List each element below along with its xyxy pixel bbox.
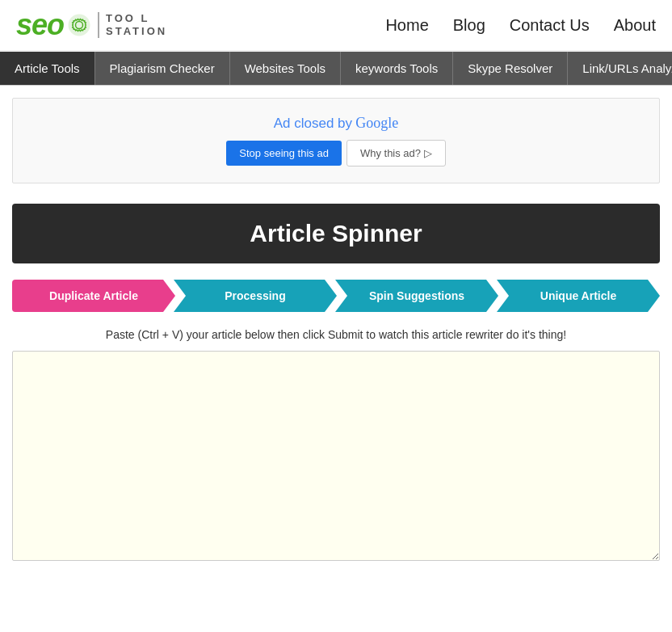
ad-container: Ad closed by Google Stop seeing this ad … <box>0 86 672 196</box>
tab-article-tools[interactable]: Article Tools <box>0 52 95 85</box>
nav-tabs: Article Tools Plagiarism Checker Website… <box>0 52 672 86</box>
nav-contact[interactable]: Contact Us <box>510 16 590 35</box>
nav-blog[interactable]: Blog <box>453 16 485 35</box>
step-duplicate-article[interactable]: Duplicate Article <box>12 280 175 312</box>
spinner-title: Article Spinner <box>12 204 660 263</box>
instruction-text: Paste (Ctrl + V) your article below then… <box>12 328 660 341</box>
step-spin-suggestions[interactable]: Spin Suggestions <box>335 280 498 312</box>
main-content: Article Spinner Duplicate Article Proces… <box>0 196 672 572</box>
gear-icon <box>67 13 91 37</box>
header: seo TOO L STATION Home Blog Contact Us A… <box>0 0 672 52</box>
step-unique-article[interactable]: Unique Article <box>497 280 660 312</box>
why-this-ad-button[interactable]: Why this ad? ▷ <box>346 140 446 166</box>
logo-station: TOO L STATION <box>98 12 167 37</box>
logo: seo TOO L STATION <box>16 8 167 42</box>
nav-home[interactable]: Home <box>385 16 428 35</box>
main-nav: Home Blog Contact Us About <box>385 16 656 35</box>
svg-point-0 <box>69 15 90 36</box>
tab-websites-tools[interactable]: Websites Tools <box>230 52 341 85</box>
tab-keywords-tools[interactable]: keywords Tools <box>341 52 453 85</box>
tab-plagiarism-checker[interactable]: Plagiarism Checker <box>95 52 230 85</box>
nav-about[interactable]: About <box>614 16 656 35</box>
tab-skype-resolver[interactable]: Skype Resolver <box>453 52 568 85</box>
stop-seeing-ad-button[interactable]: Stop seeing this ad <box>226 141 342 166</box>
logo-seo-text: seo <box>16 8 64 42</box>
tab-link-urls-analyzer[interactable]: Link/URLs Analyzer <box>568 52 672 85</box>
ad-buttons: Stop seeing this ad Why this ad? ▷ <box>29 140 643 166</box>
article-input[interactable] <box>12 351 660 561</box>
ad-box: Ad closed by Google Stop seeing this ad … <box>12 98 660 183</box>
steps-container: Duplicate Article Processing Spin Sugges… <box>12 280 660 312</box>
google-text: Google <box>355 115 398 131</box>
ad-closed-text: Ad closed by Google <box>29 115 643 132</box>
step-processing[interactable]: Processing <box>174 280 337 312</box>
